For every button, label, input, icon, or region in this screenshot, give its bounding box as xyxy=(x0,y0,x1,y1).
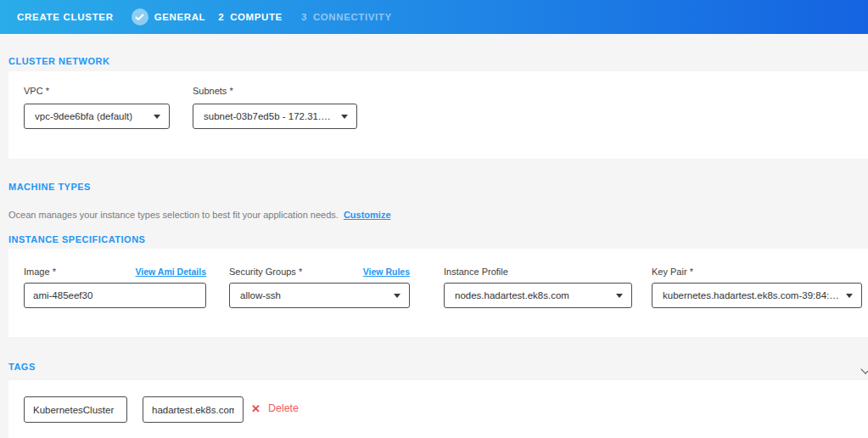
tab-connectivity-label: CONNECTIVITY xyxy=(313,12,392,22)
chevron-down-icon xyxy=(394,294,400,298)
key-pair-label: Key Pair * xyxy=(652,267,693,277)
view-ami-details-link[interactable]: View Ami Details xyxy=(136,267,206,277)
key-pair-selected-value: kubernetes.hadartest.ek8s.com-39:84:a5:9… xyxy=(663,290,841,300)
tags-collapse-icon[interactable] xyxy=(860,364,868,373)
vpc-field: VPC * vpc-9dee6bfa (default) xyxy=(24,86,170,129)
check-circle-icon xyxy=(132,8,148,25)
vpc-selected-value: vpc-9dee6bfa (default) xyxy=(35,111,132,121)
subnets-label: Subnets * xyxy=(193,86,357,96)
tab-compute-label: COMPUTE xyxy=(230,12,283,22)
section-title-cluster-network: CLUSTER NETWORK xyxy=(8,56,109,66)
chevron-down-icon xyxy=(341,115,348,119)
machine-types-description: Ocean manages your instance types select… xyxy=(8,210,391,220)
page-title: CREATE CLUSTER xyxy=(17,12,114,22)
vpc-select[interactable]: vpc-9dee6bfa (default) xyxy=(24,104,170,129)
tag-value-input[interactable] xyxy=(143,396,244,423)
subnets-select[interactable]: subnet-03b7ed5b - 172.31.0.0/20 ... xyxy=(193,104,357,129)
customize-link[interactable]: Customize xyxy=(344,210,391,220)
security-groups-field: Security Groups * View Rules allow-ssh xyxy=(229,265,410,308)
vpc-label: VPC * xyxy=(24,86,170,96)
image-input[interactable] xyxy=(24,283,206,308)
cluster-network-card: VPC * vpc-9dee6bfa (default) Subnets * s… xyxy=(8,71,868,159)
tab-connectivity[interactable]: 3 CONNECTIVITY xyxy=(301,12,392,22)
instance-specifications-card: Image * View Ami Details Security Groups… xyxy=(8,249,868,337)
section-title-tags: TAGS xyxy=(8,362,36,372)
tab-connectivity-number: 3 xyxy=(301,12,307,22)
tab-compute[interactable]: 2 COMPUTE xyxy=(218,12,283,22)
chevron-down-icon xyxy=(154,115,160,119)
wizard-header: CREATE CLUSTER GENERAL 2 COMPUTE 3 CONNE… xyxy=(0,0,868,34)
subnets-selected-value: subnet-03b7ed5b - 172.31.0.0/20 ... xyxy=(204,111,336,121)
instance-profile-label: Instance Profile xyxy=(444,267,508,277)
chevron-down-icon xyxy=(846,294,853,298)
section-title-instance-specifications: INSTANCE SPECIFICATIONS xyxy=(8,234,145,244)
security-groups-select[interactable]: allow-ssh xyxy=(229,283,410,308)
tab-general[interactable]: GENERAL xyxy=(132,8,205,25)
chevron-down-icon xyxy=(616,294,623,298)
instance-profile-select[interactable]: nodes.hadartest.ek8s.com xyxy=(444,283,632,308)
tab-compute-number: 2 xyxy=(218,12,224,22)
tag-key-input[interactable] xyxy=(24,396,127,423)
security-groups-label: Security Groups * xyxy=(229,267,302,277)
view-rules-link[interactable]: View Rules xyxy=(363,267,410,277)
section-title-machine-types: MACHINE TYPES xyxy=(8,182,91,192)
tab-general-label: GENERAL xyxy=(154,12,205,22)
check-icon xyxy=(135,14,144,21)
machine-types-description-text: Ocean manages your instance types select… xyxy=(8,210,339,220)
delete-tag-label: Delete xyxy=(268,402,299,414)
instance-profile-selected-value: nodes.hadartest.ek8s.com xyxy=(455,290,569,300)
security-groups-selected-value: allow-ssh xyxy=(240,290,281,300)
delete-tag-button[interactable]: ✕ Delete xyxy=(251,402,299,414)
key-pair-select[interactable]: kubernetes.hadartest.ek8s.com-39:84:a5:9… xyxy=(652,283,862,308)
tags-card: ✕ Delete xyxy=(8,380,868,438)
key-pair-field: Key Pair * kubernetes.hadartest.ek8s.com… xyxy=(652,265,862,308)
instance-profile-field: Instance Profile nodes.hadartest.ek8s.co… xyxy=(444,265,632,308)
image-label: Image * xyxy=(24,267,56,277)
subnets-field: Subnets * subnet-03b7ed5b - 172.31.0.0/2… xyxy=(193,86,357,129)
delete-x-icon: ✕ xyxy=(251,403,260,414)
image-field: Image * View Ami Details xyxy=(24,265,206,308)
